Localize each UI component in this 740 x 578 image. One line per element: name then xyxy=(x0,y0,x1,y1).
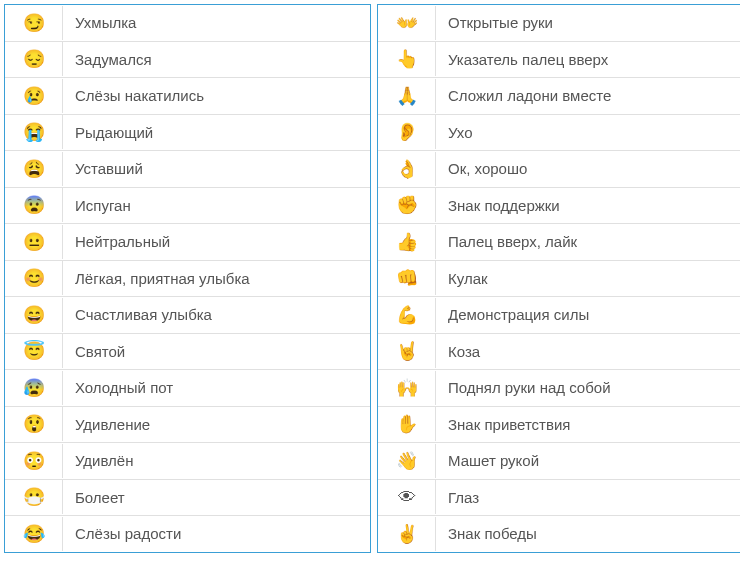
emoji-icon: 👊 xyxy=(378,261,436,295)
emoji-label: Кулак xyxy=(436,261,740,297)
table-row: 😲Удивление xyxy=(5,407,370,444)
table-row: 👍Палец вверх, лайк xyxy=(378,224,740,261)
table-row: 😩Уставший xyxy=(5,151,370,188)
emoji-label: Удивлён xyxy=(63,443,370,479)
table-row: 🙏Сложил ладони вместе xyxy=(378,78,740,115)
emoji-icon: 😰 xyxy=(5,371,63,405)
emoji-icon: 😐 xyxy=(5,225,63,259)
emoji-table-left: 😏Ухмылка 😔Задумался 😢Слёзы накатились 😭Р… xyxy=(4,4,371,553)
table-row: 😨Испуган xyxy=(5,188,370,225)
emoji-label: Ухо xyxy=(436,115,740,151)
emoji-icon: ✊ xyxy=(378,188,436,222)
emoji-icon: 😩 xyxy=(5,152,63,186)
table-row: 👆Указатель палец вверх xyxy=(378,42,740,79)
emoji-label: Знак приветствия xyxy=(436,407,740,443)
emoji-label: Счастливая улыбка xyxy=(63,297,370,333)
table-row: 👐Открытые руки xyxy=(378,5,740,42)
emoji-label: Рыдающий xyxy=(63,115,370,151)
table-row: 😄Счастливая улыбка xyxy=(5,297,370,334)
table-row: 😰Холодный пот xyxy=(5,370,370,407)
table-row: ✊Знак поддержки xyxy=(378,188,740,225)
emoji-icon: 👐 xyxy=(378,6,436,40)
emoji-icon: ✋ xyxy=(378,407,436,441)
emoji-label: Холодный пот xyxy=(63,370,370,406)
table-row: 😏Ухмылка xyxy=(5,5,370,42)
table-row: ✌Знак победы xyxy=(378,516,740,552)
emoji-table-right: 👐Открытые руки 👆Указатель палец вверх 🙏С… xyxy=(377,4,740,553)
table-row: 🙌Поднял руки над собой xyxy=(378,370,740,407)
table-row: 😢Слёзы накатились xyxy=(5,78,370,115)
emoji-label: Глаз xyxy=(436,480,740,516)
emoji-label: Коза xyxy=(436,334,740,370)
emoji-label: Поднял руки над собой xyxy=(436,370,740,406)
emoji-icon: 👌 xyxy=(378,152,436,186)
emoji-label: Машет рукой xyxy=(436,443,740,479)
emoji-icon: 😲 xyxy=(5,407,63,441)
table-row: 😊Лёгкая, приятная улыбка xyxy=(5,261,370,298)
emoji-label: Ухмылка xyxy=(63,5,370,41)
emoji-icon: 😷 xyxy=(5,480,63,514)
emoji-label: Палец вверх, лайк xyxy=(436,224,740,260)
table-row: 👊Кулак xyxy=(378,261,740,298)
emoji-icon: 💪 xyxy=(378,298,436,332)
table-row: 👂Ухо xyxy=(378,115,740,152)
emoji-label: Уставший xyxy=(63,151,370,187)
table-row: 😳Удивлён xyxy=(5,443,370,480)
emoji-label: Знак победы xyxy=(436,516,740,552)
emoji-label: Испуган xyxy=(63,188,370,224)
table-row: 😭Рыдающий xyxy=(5,115,370,152)
emoji-icon: 😔 xyxy=(5,42,63,76)
emoji-label: Ок, хорошо xyxy=(436,151,740,187)
table-row: 👋Машет рукой xyxy=(378,443,740,480)
emoji-label: Удивление xyxy=(63,407,370,443)
emoji-label: Задумался xyxy=(63,42,370,78)
emoji-icon: 😇 xyxy=(5,334,63,368)
emoji-label: Слёзы накатились xyxy=(63,78,370,114)
table-row: 🤘Коза xyxy=(378,334,740,371)
table-row: 😂Слёзы радости xyxy=(5,516,370,552)
emoji-icon: 🤘 xyxy=(378,334,436,368)
emoji-tables-container: 😏Ухмылка 😔Задумался 😢Слёзы накатились 😭Р… xyxy=(4,4,740,553)
emoji-icon: 😭 xyxy=(5,115,63,149)
emoji-icon: 😏 xyxy=(5,6,63,40)
emoji-label: Демонстрация силы xyxy=(436,297,740,333)
emoji-icon: 👂 xyxy=(378,115,436,149)
emoji-label: Сложил ладони вместе xyxy=(436,78,740,114)
emoji-label: Святой xyxy=(63,334,370,370)
table-row: 😷Болеет xyxy=(5,480,370,517)
table-row: 👁Глаз xyxy=(378,480,740,517)
emoji-icon: 👁 xyxy=(378,480,436,514)
table-row: 👌Ок, хорошо xyxy=(378,151,740,188)
table-row: 😔Задумался xyxy=(5,42,370,79)
emoji-label: Слёзы радости xyxy=(63,516,370,552)
emoji-label: Указатель палец вверх xyxy=(436,42,740,78)
emoji-label: Нейтральный xyxy=(63,224,370,260)
emoji-icon: 🙏 xyxy=(378,79,436,113)
emoji-icon: 👍 xyxy=(378,225,436,259)
emoji-label: Болеет xyxy=(63,480,370,516)
emoji-icon: 😂 xyxy=(5,517,63,551)
emoji-icon: 😨 xyxy=(5,188,63,222)
emoji-icon: ✌ xyxy=(378,517,436,551)
table-row: ✋Знак приветствия xyxy=(378,407,740,444)
table-row: 💪Демонстрация силы xyxy=(378,297,740,334)
emoji-icon: 👋 xyxy=(378,444,436,478)
table-row: 😇Святой xyxy=(5,334,370,371)
emoji-icon: 😄 xyxy=(5,298,63,332)
emoji-icon: 👆 xyxy=(378,42,436,76)
emoji-icon: 😢 xyxy=(5,79,63,113)
emoji-label: Открытые руки xyxy=(436,5,740,41)
emoji-label: Знак поддержки xyxy=(436,188,740,224)
table-row: 😐Нейтральный xyxy=(5,224,370,261)
emoji-icon: 😊 xyxy=(5,261,63,295)
emoji-label: Лёгкая, приятная улыбка xyxy=(63,261,370,297)
emoji-icon: 😳 xyxy=(5,444,63,478)
emoji-icon: 🙌 xyxy=(378,371,436,405)
